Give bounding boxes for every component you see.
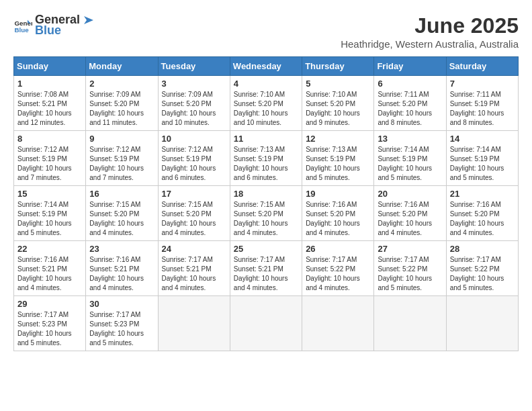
day-number: 15 (17, 189, 82, 199)
logo-arrow-icon (81, 13, 95, 27)
day-info: Sunrise: 7:08 AMSunset: 5:21 PMDaylight:… (17, 90, 82, 128)
day-info: Sunrise: 7:12 AMSunset: 5:19 PMDaylight:… (17, 145, 82, 183)
day-number: 4 (234, 79, 298, 89)
day-info: Sunrise: 7:17 AMSunset: 5:22 PMDaylight:… (450, 255, 515, 293)
day-info: Sunrise: 7:16 AMSunset: 5:20 PMDaylight:… (450, 200, 515, 238)
calendar-cell: 23Sunrise: 7:16 AMSunset: 5:21 PMDayligh… (86, 241, 158, 296)
calendar-cell: 7Sunrise: 7:11 AMSunset: 5:19 PMDaylight… (446, 76, 518, 131)
calendar-cell: 14Sunrise: 7:14 AMSunset: 5:19 PMDayligh… (446, 131, 518, 186)
day-info: Sunrise: 7:17 AMSunset: 5:21 PMDaylight:… (162, 255, 226, 293)
day-info: Sunrise: 7:16 AMSunset: 5:21 PMDaylight:… (17, 255, 82, 293)
calendar-cell: 12Sunrise: 7:13 AMSunset: 5:19 PMDayligh… (302, 131, 374, 186)
day-info: Sunrise: 7:11 AMSunset: 5:19 PMDaylight:… (450, 90, 515, 128)
svg-marker-2 (84, 16, 93, 24)
day-info: Sunrise: 7:14 AMSunset: 5:19 PMDaylight:… (17, 200, 82, 238)
day-number: 19 (306, 189, 370, 199)
calendar-table: SundayMondayTuesdayWednesdayThursdayFrid… (13, 56, 519, 351)
logo-icon: General Blue (13, 16, 32, 35)
day-number: 9 (89, 134, 154, 144)
day-number: 25 (234, 244, 298, 254)
calendar-cell: 11Sunrise: 7:13 AMSunset: 5:19 PMDayligh… (230, 131, 302, 186)
day-info: Sunrise: 7:11 AMSunset: 5:20 PMDaylight:… (378, 90, 442, 128)
day-number: 6 (378, 79, 442, 89)
calendar-cell: 19Sunrise: 7:16 AMSunset: 5:20 PMDayligh… (302, 186, 374, 241)
day-number: 18 (234, 189, 298, 199)
day-number: 28 (450, 244, 515, 254)
day-info: Sunrise: 7:17 AMSunset: 5:21 PMDaylight:… (234, 255, 298, 293)
svg-text:Blue: Blue (14, 26, 29, 34)
day-number: 21 (450, 189, 515, 199)
title-block: June 2025 Heathridge, Western Australia,… (341, 13, 519, 50)
calendar-cell: 28Sunrise: 7:17 AMSunset: 5:22 PMDayligh… (446, 241, 518, 296)
day-info: Sunrise: 7:16 AMSunset: 5:20 PMDaylight:… (306, 200, 370, 238)
day-info: Sunrise: 7:09 AMSunset: 5:20 PMDaylight:… (89, 90, 154, 128)
day-number: 11 (234, 134, 298, 144)
day-info: Sunrise: 7:14 AMSunset: 5:19 PMDaylight:… (450, 145, 515, 183)
day-info: Sunrise: 7:12 AMSunset: 5:19 PMDaylight:… (162, 145, 226, 183)
day-number: 27 (378, 244, 442, 254)
calendar-cell: 13Sunrise: 7:14 AMSunset: 5:19 PMDayligh… (374, 131, 446, 186)
day-info: Sunrise: 7:16 AMSunset: 5:20 PMDaylight:… (378, 200, 442, 238)
calendar-cell: 3Sunrise: 7:09 AMSunset: 5:20 PMDaylight… (158, 76, 230, 131)
weekday-header-monday: Monday (86, 57, 158, 76)
day-info: Sunrise: 7:14 AMSunset: 5:19 PMDaylight:… (378, 145, 442, 183)
week-row-4: 22Sunrise: 7:16 AMSunset: 5:21 PMDayligh… (14, 241, 519, 296)
calendar-cell: 29Sunrise: 7:17 AMSunset: 5:23 PMDayligh… (14, 296, 86, 351)
weekday-header-tuesday: Tuesday (158, 57, 230, 76)
day-number: 2 (89, 79, 154, 89)
day-number: 5 (306, 79, 370, 89)
calendar-cell: 30Sunrise: 7:17 AMSunset: 5:23 PMDayligh… (86, 296, 158, 351)
day-info: Sunrise: 7:10 AMSunset: 5:20 PMDaylight:… (234, 90, 298, 128)
calendar-cell: 2Sunrise: 7:09 AMSunset: 5:20 PMDaylight… (86, 76, 158, 131)
day-number: 14 (450, 134, 515, 144)
calendar-cell (230, 296, 302, 351)
day-info: Sunrise: 7:16 AMSunset: 5:21 PMDaylight:… (89, 255, 154, 293)
calendar-cell: 1Sunrise: 7:08 AMSunset: 5:21 PMDaylight… (14, 76, 86, 131)
calendar-cell: 15Sunrise: 7:14 AMSunset: 5:19 PMDayligh… (14, 186, 86, 241)
calendar-cell: 5Sunrise: 7:10 AMSunset: 5:20 PMDaylight… (302, 76, 374, 131)
week-row-2: 8Sunrise: 7:12 AMSunset: 5:19 PMDaylight… (14, 131, 519, 186)
weekday-header-friday: Friday (374, 57, 446, 76)
day-info: Sunrise: 7:17 AMSunset: 5:23 PMDaylight:… (17, 310, 82, 348)
day-info: Sunrise: 7:15 AMSunset: 5:20 PMDaylight:… (89, 200, 154, 238)
day-number: 8 (17, 134, 82, 144)
calendar-cell: 4Sunrise: 7:10 AMSunset: 5:20 PMDaylight… (230, 76, 302, 131)
day-number: 24 (162, 244, 226, 254)
day-number: 29 (17, 299, 82, 309)
calendar-cell: 25Sunrise: 7:17 AMSunset: 5:21 PMDayligh… (230, 241, 302, 296)
day-number: 1 (17, 79, 82, 89)
calendar-cell (158, 296, 230, 351)
location-title: Heathridge, Western Australia, Australia (341, 38, 519, 50)
calendar-cell: 20Sunrise: 7:16 AMSunset: 5:20 PMDayligh… (374, 186, 446, 241)
day-number: 7 (450, 79, 515, 89)
weekday-header-saturday: Saturday (446, 57, 518, 76)
day-number: 12 (306, 134, 370, 144)
calendar-cell: 8Sunrise: 7:12 AMSunset: 5:19 PMDaylight… (14, 131, 86, 186)
week-row-1: 1Sunrise: 7:08 AMSunset: 5:21 PMDaylight… (14, 76, 519, 131)
calendar-cell (446, 296, 518, 351)
weekday-header-thursday: Thursday (302, 57, 374, 76)
calendar-cell: 9Sunrise: 7:12 AMSunset: 5:19 PMDaylight… (86, 131, 158, 186)
calendar-cell (374, 296, 446, 351)
calendar-cell: 16Sunrise: 7:15 AMSunset: 5:20 PMDayligh… (86, 186, 158, 241)
day-number: 16 (89, 189, 154, 199)
calendar-cell: 18Sunrise: 7:15 AMSunset: 5:20 PMDayligh… (230, 186, 302, 241)
day-number: 13 (378, 134, 442, 144)
logo: General Blue General Blue (13, 13, 95, 38)
day-number: 26 (306, 244, 370, 254)
calendar-cell: 6Sunrise: 7:11 AMSunset: 5:20 PMDaylight… (374, 76, 446, 131)
day-number: 23 (89, 244, 154, 254)
day-info: Sunrise: 7:12 AMSunset: 5:19 PMDaylight:… (89, 145, 154, 183)
calendar-cell (302, 296, 374, 351)
day-info: Sunrise: 7:13 AMSunset: 5:19 PMDaylight:… (306, 145, 370, 183)
day-number: 20 (378, 189, 442, 199)
week-row-3: 15Sunrise: 7:14 AMSunset: 5:19 PMDayligh… (14, 186, 519, 241)
weekday-header-wednesday: Wednesday (230, 57, 302, 76)
day-number: 22 (17, 244, 82, 254)
week-row-5: 29Sunrise: 7:17 AMSunset: 5:23 PMDayligh… (14, 296, 519, 351)
day-number: 3 (162, 79, 226, 89)
calendar-cell: 26Sunrise: 7:17 AMSunset: 5:22 PMDayligh… (302, 241, 374, 296)
day-info: Sunrise: 7:17 AMSunset: 5:23 PMDaylight:… (89, 310, 154, 348)
day-info: Sunrise: 7:15 AMSunset: 5:20 PMDaylight:… (162, 200, 226, 238)
day-info: Sunrise: 7:09 AMSunset: 5:20 PMDaylight:… (162, 90, 226, 128)
